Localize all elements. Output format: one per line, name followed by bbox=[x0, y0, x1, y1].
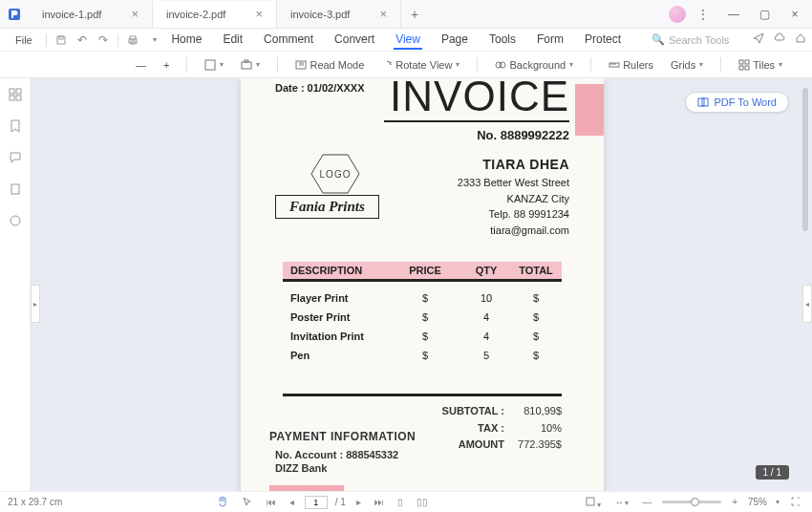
single-page-icon[interactable]: ▯ bbox=[395, 497, 406, 507]
read-mode-button[interactable]: Read Mode bbox=[289, 57, 370, 73]
field-panel-icon[interactable] bbox=[9, 214, 22, 230]
rulers-button[interactable]: Rulers bbox=[603, 57, 659, 73]
menu-form[interactable]: Form bbox=[535, 31, 566, 50]
zoom-in-icon[interactable]: + bbox=[729, 497, 740, 507]
tab-invoice-2[interactable]: invoice-2.pdf × bbox=[153, 1, 277, 28]
customer-name: TIARA DHEA bbox=[458, 155, 569, 175]
background-dropdown[interactable]: Background▾ bbox=[489, 57, 579, 73]
document-viewport[interactable]: ▸ ◂ PDF To Word 1 / 1 Date : 01/02/XXXX … bbox=[31, 78, 812, 491]
expand-left-handle[interactable]: ▸ bbox=[31, 285, 40, 323]
rotate-view-dropdown[interactable]: Rotate View▾ bbox=[375, 57, 465, 73]
fullscreen-icon[interactable] bbox=[787, 496, 804, 509]
print-icon[interactable] bbox=[122, 30, 143, 51]
invoice-date: Date : 01/02/XXXX bbox=[275, 82, 365, 94]
close-icon[interactable]: × bbox=[251, 7, 267, 21]
zoom-slider[interactable] bbox=[662, 501, 721, 503]
tab-invoice-3[interactable]: invoice-3.pdf × bbox=[277, 1, 401, 28]
company-name-box: Fania Prints bbox=[275, 195, 379, 219]
line-item: Invitation Print $ 4 $ bbox=[283, 327, 562, 346]
first-page-icon[interactable]: ⏮ bbox=[264, 497, 279, 507]
svg-rect-24 bbox=[16, 96, 21, 100]
line-item: Poster Print $ 4 $ bbox=[283, 308, 562, 327]
quick-dropdown-icon[interactable]: ▾ bbox=[144, 30, 165, 51]
user-avatar[interactable] bbox=[669, 6, 686, 23]
tab-label: invoice-1.pdf bbox=[42, 9, 101, 20]
screenshot-dropdown[interactable]: ▾ bbox=[235, 57, 266, 73]
file-menu[interactable]: File bbox=[6, 34, 42, 46]
vertical-scrollbar[interactable] bbox=[802, 88, 808, 451]
document-page: Date : 01/02/XXXX INVOICE No. 8889992222… bbox=[241, 78, 604, 491]
svg-rect-30 bbox=[587, 498, 594, 505]
zoom-in-button[interactable]: + bbox=[158, 57, 175, 73]
menu-view[interactable]: View bbox=[394, 31, 422, 50]
select-tool-icon[interactable] bbox=[239, 496, 256, 509]
undo-icon[interactable]: ↶ bbox=[72, 30, 93, 51]
page-layout-dropdown[interactable]: ▾ bbox=[199, 57, 229, 73]
last-page-icon[interactable]: ⏭ bbox=[372, 497, 387, 507]
cloud-icon[interactable] bbox=[774, 32, 785, 47]
svg-rect-17 bbox=[739, 60, 743, 64]
svg-rect-21 bbox=[10, 89, 14, 94]
attachment-panel-icon[interactable] bbox=[9, 182, 22, 199]
totals-block: SUBTOTAL :810,99$ TAX :10% AMOUNT772.395… bbox=[438, 403, 562, 454]
prev-page-icon[interactable]: ◂ bbox=[287, 497, 297, 507]
hand-tool-icon[interactable] bbox=[214, 496, 231, 509]
more-icon[interactable]: ⋮ bbox=[690, 1, 716, 28]
menu-protect[interactable]: Protect bbox=[583, 31, 623, 50]
menu-edit[interactable]: Edit bbox=[221, 31, 245, 50]
menu-convert[interactable]: Convert bbox=[332, 31, 376, 50]
pdf-to-word-button[interactable]: PDF To Word bbox=[685, 92, 789, 113]
customer-street: 2333 Better West Street bbox=[458, 175, 569, 191]
svg-point-26 bbox=[11, 216, 20, 225]
svg-rect-28 bbox=[702, 98, 708, 106]
invoice-title: INVOICE bbox=[390, 78, 604, 120]
view-ribbon: — + ▾ ▾ Read Mode Rotate View▾ Backgroun… bbox=[0, 52, 812, 78]
search-tools[interactable]: 🔍 Search Tools bbox=[652, 33, 729, 46]
close-icon[interactable]: × bbox=[127, 7, 142, 21]
tiles-dropdown[interactable]: Tiles▾ bbox=[733, 57, 788, 73]
menu-home[interactable]: Home bbox=[169, 31, 203, 50]
tab-invoice-1[interactable]: invoice-1.pdf × bbox=[29, 1, 153, 28]
maximize-button[interactable]: ▢ bbox=[751, 1, 778, 28]
status-bar: 21 x 29.7 cm ⏮ ◂ / 1 ▸ ⏭ ▯ ▯▯ ▾ ↔▾ — + 7… bbox=[0, 491, 812, 512]
divider bbox=[384, 120, 569, 122]
svg-rect-25 bbox=[11, 184, 19, 194]
svg-rect-18 bbox=[745, 60, 749, 64]
fit-width-icon[interactable]: ↔▾ bbox=[611, 497, 631, 507]
thumbnail-panel-icon[interactable] bbox=[9, 88, 22, 104]
line-items-body: Flayer Print $ 10 $ Poster Print $ 4 $ I… bbox=[283, 288, 562, 365]
close-icon[interactable]: × bbox=[375, 7, 391, 21]
menu-page[interactable]: Page bbox=[439, 31, 470, 50]
two-page-icon[interactable]: ▯▯ bbox=[414, 497, 431, 507]
zoom-out-icon[interactable]: — bbox=[639, 497, 654, 507]
grids-button[interactable]: Grids▾ bbox=[665, 57, 709, 73]
bookmark-panel-icon[interactable] bbox=[9, 119, 22, 136]
payment-bank: DIZZ Bank bbox=[275, 462, 327, 474]
decorative-block bbox=[269, 485, 344, 491]
comment-panel-icon[interactable] bbox=[9, 151, 22, 167]
line-item: Pen $ 5 $ bbox=[283, 346, 562, 365]
redo-icon[interactable]: ↷ bbox=[93, 30, 114, 51]
next-page-icon[interactable]: ▸ bbox=[353, 497, 364, 507]
menu-comment[interactable]: Comment bbox=[262, 31, 315, 50]
zoom-value[interactable]: 75% bbox=[748, 497, 767, 507]
payment-account: No. Account : 888545332 bbox=[275, 449, 398, 460]
share-icon[interactable] bbox=[753, 32, 764, 47]
payment-info-header: PAYMENT INFORMATION bbox=[269, 430, 416, 443]
invoice-number: No. 8889992222 bbox=[477, 128, 569, 142]
page-dimensions: 21 x 29.7 cm bbox=[8, 497, 62, 507]
save-icon[interactable] bbox=[51, 30, 72, 51]
customer-city: KANZAZ City bbox=[458, 191, 569, 207]
title-bar: invoice-1.pdf × invoice-2.pdf × invoice-… bbox=[0, 0, 812, 29]
fit-page-icon[interactable]: ▾ bbox=[582, 496, 604, 509]
svg-rect-5 bbox=[205, 60, 215, 70]
svg-rect-6 bbox=[242, 62, 251, 69]
close-window-button[interactable]: × bbox=[781, 1, 808, 28]
minimize-button[interactable]: — bbox=[720, 1, 747, 28]
home-icon[interactable] bbox=[795, 32, 806, 47]
page-number-input[interactable] bbox=[305, 496, 328, 509]
zoom-out-button[interactable]: — bbox=[130, 57, 152, 73]
customer-email: tiara@gmail.com bbox=[458, 223, 569, 239]
menu-tools[interactable]: Tools bbox=[487, 31, 518, 50]
add-tab-button[interactable]: + bbox=[401, 7, 428, 22]
